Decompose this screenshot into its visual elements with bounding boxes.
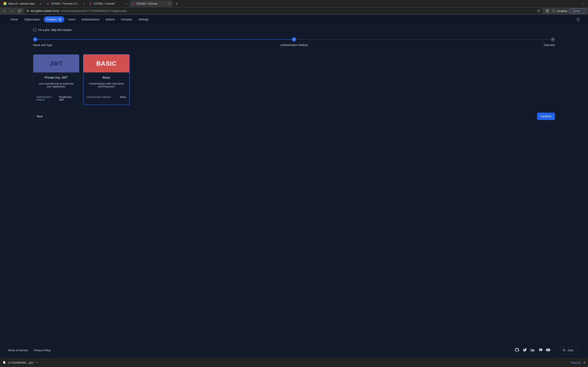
back-button[interactable]: Back xyxy=(33,113,46,120)
close-icon[interactable]: × xyxy=(168,2,171,5)
card-basic[interactable]: BASIC Basic Authentication with Username… xyxy=(83,54,130,105)
tab-list-dropdown[interactable] xyxy=(581,2,587,5)
card-meta-key: Authentication Method xyxy=(86,96,111,99)
nav-organization[interactable]: Organization xyxy=(22,16,43,23)
nav-domains[interactable]: Domains xyxy=(118,16,135,23)
back-icon[interactable] xyxy=(2,8,7,14)
nav-projects[interactable]: Projects 1 xyxy=(44,16,65,23)
link-label: Privacy Policy xyxy=(34,349,51,352)
incognito-badge[interactable]: Incognito xyxy=(552,9,567,13)
update-button[interactable]: Update ⋮ xyxy=(569,8,586,13)
close-icon[interactable]: × xyxy=(39,2,42,5)
zitadel-icon xyxy=(46,2,49,5)
url-path: /ui/console/projects/217757459069010177/… xyxy=(61,9,127,12)
theme-label: Dark xyxy=(568,349,573,352)
card-meta-value: Private Key JWT xyxy=(59,96,76,101)
svg-marker-0 xyxy=(537,9,540,12)
nav-settings[interactable]: Settings xyxy=(136,16,151,23)
nav-actions[interactable]: Actions xyxy=(103,16,118,23)
moon-icon xyxy=(562,348,566,352)
url-host: test-ghlwrr.zitadel.cloud xyxy=(31,9,59,12)
close-icon[interactable]: × xyxy=(584,361,585,365)
skip-wizard-row[interactable]: I'm a pro. Skip this wizard. xyxy=(33,28,576,32)
nav-label: Authorizations xyxy=(81,18,99,21)
skip-wizard-checkbox[interactable] xyxy=(33,28,36,32)
lock-icon xyxy=(26,9,29,12)
nav-label: Organization xyxy=(24,18,40,21)
footer-socials xyxy=(515,348,550,353)
nav-label: Actions xyxy=(106,18,115,21)
card-description: Use a private key to authorize your appl… xyxy=(36,82,76,90)
tab-title: ZITADEL • The best of Auth0 a xyxy=(51,2,80,5)
card-private-key-jwt[interactable]: JWT Private Key JWT Use a private key to… xyxy=(33,54,79,105)
step-2-indicator[interactable]: 2 xyxy=(292,37,296,42)
footer-privacy-link[interactable]: Privacy Policy xyxy=(34,349,51,352)
nav-home[interactable]: Home xyxy=(8,16,21,23)
button-label: Back xyxy=(37,115,43,118)
wizard-page: I'm a pro. Skip this wizard. 2 3 Name an… xyxy=(0,24,588,342)
nav-label: Settings xyxy=(138,18,148,21)
close-icon[interactable]: × xyxy=(125,2,128,5)
chevron-up-icon[interactable] xyxy=(35,361,38,364)
card-header: JWT xyxy=(33,55,79,72)
check-icon xyxy=(34,38,36,41)
step-1-indicator[interactable] xyxy=(33,37,37,42)
gmail-icon xyxy=(3,2,7,5)
update-label: Update xyxy=(572,9,580,12)
nav-label: Users xyxy=(68,18,75,21)
card-meta-key: Authentication Method xyxy=(36,96,59,101)
download-bar: 2171810902955....json Show all × xyxy=(0,358,588,367)
url-input[interactable]: test-ghlwrr.zitadel.cloud/ui/console/pro… xyxy=(24,8,543,14)
svg-point-4 xyxy=(553,10,553,11)
browser-tab-3[interactable]: ZITADEL • Console × xyxy=(130,0,173,7)
step-2-label: Authentication Method xyxy=(207,43,381,47)
incognito-label: Incognito xyxy=(557,9,567,12)
download-filename: 2171810902955....json xyxy=(8,361,34,364)
bookmark-icon[interactable] xyxy=(537,9,540,13)
skip-wizard-label: I'm a pro. Skip this wizard. xyxy=(38,28,72,32)
show-all-downloads[interactable]: Show all xyxy=(571,361,580,364)
projects-count-badge: 1 xyxy=(58,18,62,21)
footer-tos-link[interactable]: Terms of Service xyxy=(8,349,28,352)
button-label: Continue xyxy=(541,115,552,118)
forward-icon xyxy=(9,8,15,14)
nav-users[interactable]: Users xyxy=(65,16,78,23)
youtube-icon[interactable] xyxy=(546,348,550,353)
card-header: BASIC xyxy=(83,55,129,72)
chrome-right-controls: Incognito Update ⋮ xyxy=(545,8,586,14)
step-number: 2 xyxy=(294,38,295,41)
download-item[interactable]: 2171810902955....json xyxy=(3,358,41,367)
theme-select[interactable]: Dark xyxy=(560,347,580,354)
continue-button[interactable]: Continue xyxy=(537,113,555,120)
twitter-icon[interactable] xyxy=(523,348,527,353)
nav-label: Domains xyxy=(121,18,132,21)
panel-icon[interactable] xyxy=(545,8,550,14)
browser-tab-2[interactable]: ZITADEL • Console × xyxy=(87,0,130,7)
browser-tab-0[interactable]: Inbox (2) - janedoe.zitadel@gm × xyxy=(1,0,44,7)
link-label: Terms of Service xyxy=(8,349,28,352)
step-3-indicator[interactable]: 3 xyxy=(551,37,555,42)
svg-rect-1 xyxy=(546,10,548,12)
new-tab-button[interactable]: + xyxy=(174,1,179,6)
step-line-2-3 xyxy=(296,39,551,40)
reload-icon[interactable] xyxy=(17,8,22,14)
discord-icon[interactable] xyxy=(538,348,543,353)
svg-point-5 xyxy=(554,10,555,11)
nav-authorizations[interactable]: Authorizations xyxy=(79,16,102,23)
browser-tab-1[interactable]: ZITADEL • The best of Auth0 a × xyxy=(44,0,87,7)
stepper: 2 3 Name and Type Authentication Method … xyxy=(33,37,555,47)
step-1-label: Name and Type xyxy=(33,43,207,47)
step-number: 3 xyxy=(552,38,553,41)
address-bar: test-ghlwrr.zitadel.cloud/ui/console/pro… xyxy=(0,7,588,15)
github-icon[interactable] xyxy=(515,348,519,353)
auth-method-cards: JWT Private Key JWT Use a private key to… xyxy=(33,54,576,105)
card-title: Private Key JWT xyxy=(36,76,76,79)
step-3-label: Overview xyxy=(381,43,555,47)
close-icon[interactable]: × xyxy=(82,2,85,5)
linkedin-icon[interactable] xyxy=(530,348,535,353)
app-footer: Terms of Service Privacy Policy Dark xyxy=(0,342,588,358)
file-icon xyxy=(3,361,6,365)
tab-strip: Inbox (2) - janedoe.zitadel@gm × ZITADEL… xyxy=(0,0,588,7)
card-description: Authentication with Username and Passwor… xyxy=(86,82,126,90)
help-button[interactable]: ? xyxy=(576,17,580,22)
